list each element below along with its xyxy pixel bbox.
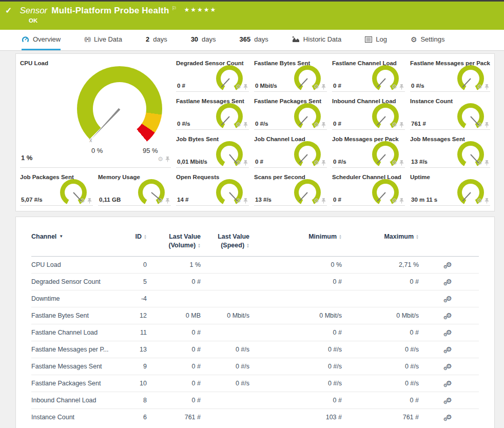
cell-speed	[201, 290, 249, 307]
channel-settings-icon[interactable]: ⚙⚙	[446, 329, 452, 336]
channel-settings-icon[interactable]: ⚙⚙	[446, 312, 452, 319]
column-last-value-volume[interactable]: Last Value (Volume)▲▼	[147, 230, 201, 256]
cell-speed	[201, 392, 249, 408]
priority-flag-icon[interactable]: ⚐	[172, 5, 177, 12]
object-kind-label: Sensor	[20, 6, 47, 16]
pin-icon[interactable]	[321, 84, 326, 90]
gear-icon[interactable]: ⚙	[392, 122, 397, 128]
cell-speed	[201, 273, 249, 290]
gauge-value: 0 #	[333, 197, 341, 203]
cell-actions: ⚙⚙	[419, 273, 479, 290]
table-row[interactable]: CPU Load01 %0 %2,71 %⚙⚙	[31, 256, 479, 273]
table-row[interactable]: Degraded Sensor Count50 #0 #0 #⚙⚙	[31, 273, 479, 290]
gear-icon[interactable]: ⚙	[236, 122, 241, 128]
gear-icon[interactable]: ⚙	[314, 198, 319, 204]
cell-volume: 0 #	[147, 375, 201, 392]
channel-settings-icon[interactable]: ⚙⚙	[446, 278, 452, 285]
cell-actions: ⚙⚙	[419, 256, 479, 273]
channel-settings-icon[interactable]: ⚙⚙	[446, 346, 452, 353]
pin-icon[interactable]	[484, 160, 489, 166]
gauge-tile: Instance Count761 #⚙	[410, 98, 490, 130]
pin-icon[interactable]	[321, 122, 326, 128]
table-row[interactable]: Fastlane Bytes Sent120 MB0 Mbit/s0 Mbit/…	[31, 307, 479, 324]
column-channel[interactable]: Channel▼	[31, 230, 119, 256]
gauge-title: Uptime	[410, 174, 490, 180]
gauge-needle	[377, 116, 386, 125]
pin-icon[interactable]	[87, 198, 92, 204]
gear-icon[interactable]: ⚙	[477, 198, 482, 204]
column-id[interactable]: ID▲▼	[119, 230, 147, 256]
gear-icon[interactable]: ⚙	[314, 160, 319, 166]
priority-stars[interactable]: ★★★★★	[184, 6, 217, 13]
table-row[interactable]: Fastlane Channel Load110 #0 #0 #⚙⚙	[31, 324, 479, 341]
channel-settings-icon[interactable]: ⚙⚙	[446, 397, 452, 403]
gear-icon[interactable]: ⚙	[392, 84, 397, 90]
sort-icon: ▲▼	[198, 243, 201, 248]
gear-icon[interactable]: ⚙	[236, 84, 241, 90]
column-maximum[interactable]: Maximum▲▼	[342, 230, 419, 256]
pin-icon[interactable]	[399, 122, 404, 128]
channel-settings-icon[interactable]: ⚙⚙	[446, 380, 452, 386]
pin-icon[interactable]	[165, 198, 170, 204]
tab-365-days[interactable]: 365 days	[240, 30, 268, 50]
table-row[interactable]: Fastlane Messages per P...130 #0 #/s0 #/…	[31, 341, 479, 358]
page-title: Multi-Platform Probe Health	[51, 6, 169, 16]
tab-settings[interactable]: ⚙ Settings	[411, 30, 445, 50]
tab-log[interactable]: Log	[365, 30, 387, 50]
table-row[interactable]: Instance Count6761 #103 #761 #⚙⚙	[31, 408, 479, 425]
gauge-tile: Scans per Second13 #/s⚙	[254, 174, 327, 206]
channel-settings-icon[interactable]: ⚙⚙	[446, 261, 452, 268]
gear-icon[interactable]: ⚙	[314, 122, 319, 128]
tab-2-days[interactable]: 2 days	[146, 30, 167, 50]
gear-icon[interactable]: ⚙	[314, 84, 319, 90]
tab-overview[interactable]: Overview	[22, 30, 61, 50]
channel-settings-icon[interactable]: ⚙⚙	[446, 363, 452, 369]
gear-icon[interactable]: ⚙	[477, 84, 482, 90]
pin-icon[interactable]	[484, 122, 489, 128]
table-row[interactable]: Fastlane Packages Sent100 #0 #/s0 #/s0 #…	[31, 375, 479, 392]
pin-icon[interactable]	[243, 198, 248, 204]
cell-volume: 0 #	[147, 341, 201, 358]
cell-min: 103 #	[249, 408, 342, 425]
cell-volume	[147, 290, 201, 307]
pin-icon[interactable]	[243, 84, 248, 90]
tab-30-days[interactable]: 30 days	[191, 30, 216, 50]
table-row[interactable]: Fastlane Messages Sent90 #0 #/s0 #/s0 #/…	[31, 358, 479, 375]
gauge-needle	[462, 78, 471, 87]
log-icon	[365, 36, 372, 43]
channels-table: Channel▼ ID▲▼ Last Value (Volume)▲▼ Last…	[31, 230, 479, 425]
pin-icon[interactable]	[484, 198, 489, 204]
gear-icon[interactable]: ⚙	[392, 198, 397, 204]
pin-icon[interactable]	[399, 84, 404, 90]
column-minimum[interactable]: Minimum▲▼	[249, 230, 342, 256]
channel-settings-icon[interactable]: ⚙⚙	[446, 414, 452, 420]
tab-live-data[interactable]: ((•)) Live Data	[84, 30, 122, 50]
pin-icon[interactable]	[321, 198, 326, 204]
gauge-value: 13 #/s	[411, 159, 428, 165]
pin-icon[interactable]	[321, 160, 326, 166]
channel-settings-icon[interactable]: ⚙⚙	[446, 295, 452, 302]
gauge-needle	[229, 192, 238, 201]
pin-icon[interactable]	[165, 157, 170, 162]
pin-icon[interactable]	[399, 160, 404, 166]
pin-icon[interactable]	[243, 122, 248, 128]
cell-min: 0 Mbit/s	[249, 307, 342, 324]
cell-speed: 0 #/s	[201, 375, 249, 392]
table-row[interactable]: Inbound Channel Load80 #0 #0 #⚙⚙	[31, 392, 479, 408]
gear-icon[interactable]: ⚙	[158, 156, 163, 162]
cell-name: CPU Load	[31, 256, 119, 273]
gear-icon[interactable]: ⚙	[392, 160, 397, 166]
cell-min: 0 #	[249, 324, 342, 341]
table-row[interactable]: Downtime-4⚙⚙	[31, 290, 479, 307]
cell-max: 2,71 %	[342, 256, 419, 273]
column-last-value-speed[interactable]: Last Value (Speed)▲▼	[201, 230, 249, 256]
tab-historic-data[interactable]: Historic Data	[292, 30, 341, 50]
gauge-title: Degraded Sensor Count	[176, 60, 249, 66]
gauge-title: Fastlane Messages Sent	[176, 98, 249, 104]
tile-actions: ⚙	[314, 122, 326, 128]
tile-actions: ⚙	[314, 160, 326, 166]
pin-icon[interactable]	[243, 160, 248, 166]
pin-icon[interactable]	[399, 198, 404, 204]
pin-icon[interactable]	[484, 84, 489, 90]
cell-name: Instance Count	[31, 408, 119, 425]
